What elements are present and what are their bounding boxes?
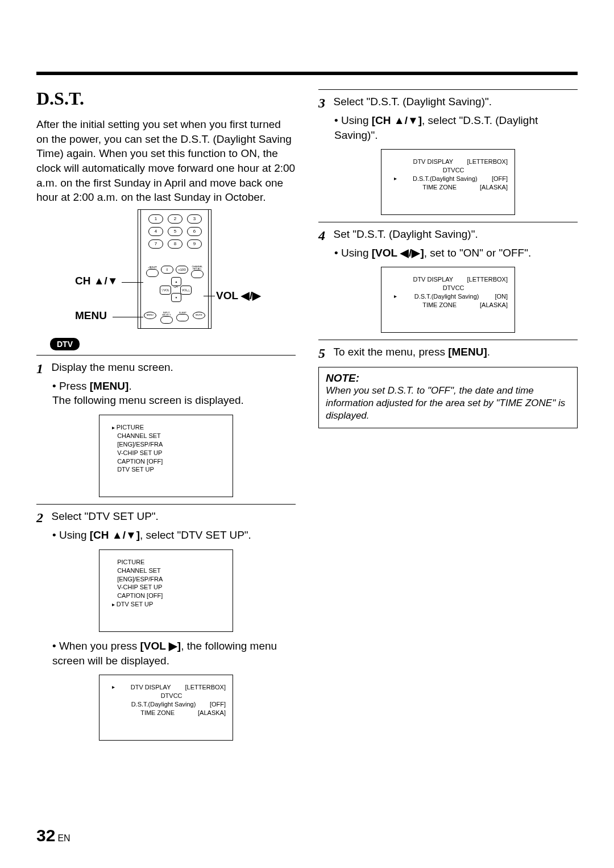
osd-item: CAPTION [OFF] — [106, 457, 226, 466]
divider — [318, 89, 578, 90]
osd-row-label: DTV DISPLAY — [131, 683, 171, 692]
remote-ch-down: ▼ — [171, 293, 181, 302]
divider — [318, 340, 578, 340]
osd-item: V-CHIP SET UP — [106, 583, 226, 592]
step-1-after: The following menu screen is displayed. — [36, 393, 296, 408]
osd-item: CAPTION [OFF] — [106, 592, 226, 600]
step-1: 1 Display the menu screen. — [36, 361, 296, 377]
remote-vol-down: ▽VOL — [160, 286, 171, 295]
section-title: D.S.T. — [36, 88, 296, 109]
remote-num-8: 8 — [168, 239, 182, 249]
step-2-bullet-post: , select "DTV SET UP". — [140, 529, 251, 541]
osd-row: D.S.T.(Daylight Saving)[OFF] — [388, 175, 508, 183]
step-1-bullet: • Press [MENU]. — [36, 379, 296, 394]
remote-arrow-pad: ▲ CH ▼ ▽VOL VOL△ — [163, 277, 188, 302]
remote-vol-up: VOL△ — [180, 286, 192, 295]
osd-row-value: [OFF] — [210, 700, 226, 709]
content-columns: D.S.T. After the initial setting you set… — [36, 88, 578, 747]
remote-plus100-button: +100 — [176, 266, 188, 274]
step-2-number: 2 — [36, 510, 49, 526]
osd-dtv-dst-on: DTV DISPLAY[LETTERBOX]DTVCCD.S.T.(Daylig… — [381, 267, 515, 332]
remote-ent-button — [146, 269, 159, 277]
step-3-number: 3 — [318, 96, 331, 111]
left-column: D.S.T. After the initial setting you set… — [36, 88, 296, 747]
step-5-title-pre: To exit the menu, press — [333, 346, 448, 358]
page-number: 32 — [36, 826, 55, 845]
osd-row-label: D.S.T.(Daylight Saving) — [131, 700, 196, 709]
note-box: NOTE: When you set D.S.T. to "OFF", the … — [318, 367, 578, 428]
page-footer: 32EN — [36, 826, 70, 845]
right-column: 3 Select "D.S.T. (Daylight Saving)". • U… — [318, 88, 578, 747]
step-5-title: To exit the menu, press [MENU]. — [333, 346, 490, 358]
remote-num-7: 7 — [148, 239, 163, 249]
osd-dtv-setup-1: DTV DISPLAY[LETTERBOX]DTVCCD.S.T.(Daylig… — [99, 675, 233, 740]
divider — [318, 222, 578, 222]
remote-ch-up: ▲ — [171, 277, 181, 286]
remote-ch-label: CH — [171, 285, 180, 288]
osd-row-label: D.S.T.(Daylight Saving) — [413, 175, 478, 183]
note-title: NOTE: — [326, 372, 570, 385]
osd-row: DTV DISPLAY[LETTERBOX] — [106, 683, 226, 692]
remote-recall-button — [191, 270, 204, 278]
step-3-title: Select "D.S.T. (Daylight Saving)". — [333, 96, 492, 108]
remote-ent-label: -/ENT — [148, 266, 157, 269]
page-lang: EN — [57, 833, 70, 843]
osd-item: [ENG]/ESP/FRA — [106, 440, 226, 449]
osd-row: DTVCC — [106, 692, 226, 700]
remote-input-button — [160, 316, 173, 324]
header-rule — [36, 72, 578, 75]
osd-item: CHANNEL SET — [106, 432, 226, 440]
remote-bottom-row: MENU INPUT SELECT SLEEP MUTE — [144, 312, 205, 324]
remote-body: 1 2 3 4 5 6 7 8 9 -/ENT 0 +100 — [138, 209, 211, 329]
osd-dtv-dst-off: DTV DISPLAY[LETTERBOX]DTVCCD.S.T.(Daylig… — [381, 149, 515, 214]
step-4-bullet-post: , set to "ON" or "OFF". — [424, 247, 532, 259]
remote-input-label: INPUT SELECT — [160, 312, 173, 316]
osd-row-value: [LETTERBOX] — [467, 158, 508, 166]
osd-row-label: DTV DISPLAY — [413, 158, 453, 166]
osd-row-label: DTVCC — [443, 166, 464, 175]
step-5-number: 5 — [318, 346, 331, 361]
osd-row-label: D.S.T.(Daylight Saving) — [414, 292, 479, 301]
osd-row-value: [OFF] — [492, 175, 508, 183]
step-5-title-post: . — [487, 346, 490, 358]
remote-num-6: 6 — [187, 227, 202, 236]
divider — [36, 504, 296, 505]
remote-row4: -/ENT 0 +100 CHANNEL RECALL — [146, 266, 204, 278]
remote-mute-button: MUTE — [193, 312, 205, 319]
step-2: 2 Select "DTV SET UP". — [36, 510, 296, 526]
remote-diagram: 1 2 3 4 5 6 7 8 9 -/ENT 0 +100 — [92, 209, 240, 334]
step-1-number: 1 — [36, 361, 49, 377]
step-2-bullet-bold: [CH ▲/▼] — [90, 529, 140, 541]
leader-line-vol — [204, 296, 215, 296]
osd-row-value: [ON] — [495, 292, 508, 301]
step-4-bullet-pre: • Using — [334, 247, 372, 259]
step-4: 4 Set "D.S.T. (Daylight Saving)". — [318, 228, 578, 243]
remote-num-4: 4 — [148, 227, 163, 236]
osd-row-label: DTV DISPLAY — [413, 275, 453, 284]
remote-recall-label: CHANNEL RECALL — [190, 266, 204, 270]
osd-item: PICTURE — [106, 423, 226, 432]
remote-menu-label: MENU — [147, 314, 154, 316]
leader-ch: CH ▲/▼ — [75, 275, 118, 287]
osd-row: TIME ZONE[ALASKA] — [106, 709, 226, 717]
step-2-title: Select "DTV SET UP". — [51, 510, 158, 522]
osd-row-value: [LETTERBOX] — [467, 275, 508, 284]
leader-line-ch — [122, 282, 143, 283]
remote-menu-button: MENU — [144, 312, 156, 319]
osd-row-value: [ALASKA] — [198, 709, 226, 717]
divider — [36, 355, 296, 356]
osd-row: D.S.T.(Daylight Saving)[ON] — [388, 292, 508, 301]
step-3: 3 Select "D.S.T. (Daylight Saving)". — [318, 96, 578, 111]
osd-row: TIME ZONE[ALASKA] — [388, 183, 508, 192]
step-3-bullet: • Using [CH ▲/▼], select "D.S.T. (Daylig… — [318, 113, 578, 142]
osd-row: DTV DISPLAY[LETTERBOX] — [388, 275, 508, 284]
step-4-number: 4 — [318, 228, 331, 243]
step-4-bullet-bold: [VOL ◀/▶] — [372, 247, 424, 259]
osd-item: DTV SET UP — [106, 465, 226, 474]
osd-item: [ENG]/ESP/FRA — [106, 575, 226, 584]
osd-row-label: DTVCC — [161, 692, 182, 700]
osd-main-menu-2: PICTURECHANNEL SET[ENG]/ESP/FRAV-CHIP SE… — [99, 549, 233, 632]
intro-paragraph: After the initial setting you set when y… — [36, 117, 296, 205]
step-1-bullet-bold: [MENU] — [90, 380, 129, 392]
step-3-bullet-bold: [CH ▲/▼] — [372, 114, 422, 126]
